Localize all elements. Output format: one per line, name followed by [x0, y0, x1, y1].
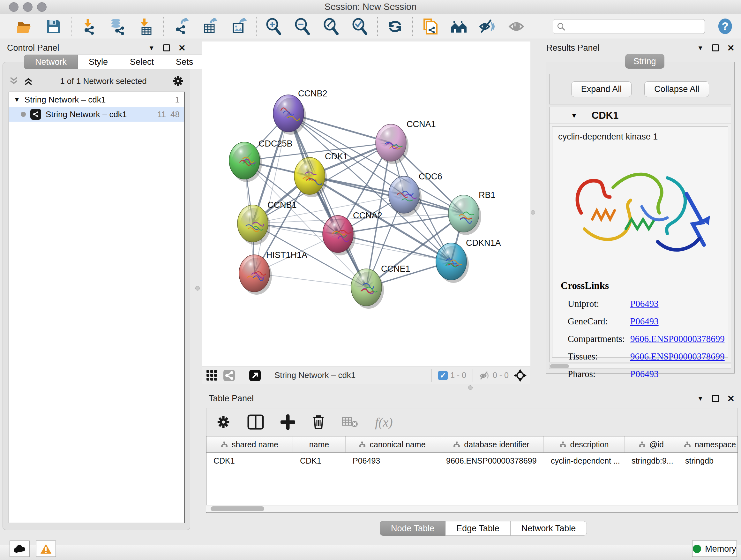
export-image-button[interactable]	[230, 17, 248, 36]
tab-style[interactable]: Style	[78, 55, 119, 69]
collapse-all-button[interactable]: Collapse All	[644, 81, 709, 97]
zoom-fit-button[interactable]	[322, 17, 340, 36]
crosslink-link[interactable]: P06493	[630, 369, 659, 379]
zoom-out-button[interactable]	[293, 17, 312, 36]
gear-icon[interactable]	[172, 75, 184, 87]
network-collection-row[interactable]: ▼ String Network – cdk1 1	[9, 92, 184, 107]
close-window-icon[interactable]	[9, 2, 18, 12]
zoom-in-button[interactable]	[265, 17, 283, 36]
control-panel-float-icon[interactable]	[163, 44, 170, 51]
network-node-HIST1H1A[interactable]: HIST1H1A	[239, 250, 307, 295]
table-row[interactable]: CDK1CDK1P064939606.ENSP00000378699cyclin…	[206, 453, 738, 469]
help-button[interactable]: ?	[717, 18, 733, 35]
table-gear-icon[interactable]	[216, 415, 231, 430]
import-table-file-button[interactable]	[137, 17, 155, 36]
results-panel-close-icon[interactable]: ✕	[727, 43, 735, 53]
control-panel-menu-icon[interactable]: ▼	[148, 44, 155, 52]
hide-selected-button[interactable]	[479, 17, 496, 36]
tab-string[interactable]: String	[625, 54, 664, 69]
column-header--id[interactable]: @id	[624, 436, 678, 452]
network-node-CCNE1[interactable]: CCNE1	[351, 264, 410, 309]
node-label-CDC6: CDC6	[419, 172, 442, 181]
network-graph[interactable]: CCNB2CCNA1CDC25BCDK1CDC6RB1CCNB1CCNA2HIS…	[202, 42, 530, 367]
collapse-all-icon[interactable]	[9, 76, 20, 86]
save-session-button[interactable]	[45, 17, 63, 36]
column-header-database-identifier[interactable]: database identifier	[439, 436, 544, 452]
split-columns-icon[interactable]	[247, 415, 264, 430]
gene-entry-cdk1: ▼ CDK1 cyclin-dependent kinase 1	[549, 107, 731, 362]
collection-expand-icon[interactable]: ▼	[14, 96, 20, 104]
network-node-CCNB2[interactable]: CCNB2	[273, 89, 327, 135]
column-header-canonical-name[interactable]: canonical name	[346, 436, 439, 452]
first-neighbors-button[interactable]	[450, 17, 468, 36]
cloud-button[interactable]	[10, 541, 30, 557]
gene-description: cyclin-dependent kinase 1	[552, 127, 728, 142]
node-label-CCNA2: CCNA2	[353, 211, 382, 220]
delete-column-icon[interactable]	[312, 415, 325, 430]
tab-edge-table[interactable]: Edge Table	[446, 521, 511, 536]
bottom-splitter-handle[interactable]	[468, 385, 473, 390]
table-panel-menu-icon[interactable]: ▼	[697, 395, 704, 402]
warning-button[interactable]	[36, 541, 56, 557]
birds-eye-view-icon[interactable]	[513, 368, 527, 382]
network-node-CDK1[interactable]: CDK1	[294, 152, 348, 197]
table-horizontal-scrollbar[interactable]	[206, 505, 738, 512]
network-node-CDKN1A[interactable]: CDKN1A	[436, 238, 501, 283]
add-column-icon[interactable]	[280, 415, 295, 430]
apply-layout-button[interactable]	[386, 17, 404, 36]
maximize-window-icon[interactable]	[37, 2, 47, 12]
function-builder-icon[interactable]: f(x)	[375, 415, 393, 430]
gene-name: CDK1	[592, 110, 618, 121]
search-input[interactable]	[568, 22, 701, 31]
clone-network-button[interactable]	[421, 17, 439, 36]
show-all-button[interactable]	[508, 17, 525, 36]
export-table-button[interactable]	[201, 17, 219, 36]
entry-collapse-icon[interactable]: ▼	[570, 111, 578, 120]
table-panel-close-icon[interactable]: ✕	[727, 393, 735, 404]
tab-sets[interactable]: Sets	[165, 55, 204, 69]
memory-button[interactable]: Memory	[692, 541, 737, 557]
table-cell-canonical-name: P06493	[346, 456, 439, 465]
tab-network-table[interactable]: Network Table	[511, 521, 587, 536]
grid-view-icon[interactable]	[205, 369, 218, 382]
expand-all-icon[interactable]	[23, 76, 35, 86]
open-file-button[interactable]	[16, 17, 34, 36]
network-node-CDC25B[interactable]: CDC25B	[229, 139, 293, 182]
tab-select[interactable]: Select	[119, 55, 165, 69]
control-panel-close-icon[interactable]: ✕	[179, 43, 186, 53]
results-panel-menu-icon[interactable]: ▼	[697, 44, 704, 52]
expand-all-button[interactable]: Expand All	[571, 81, 632, 97]
zoom-selected-button[interactable]	[351, 17, 369, 36]
table-panel-float-icon[interactable]	[712, 395, 719, 402]
results-scrollbar[interactable]	[549, 364, 731, 369]
network-node-CDC6[interactable]: CDC6	[389, 172, 442, 216]
gene-details: cyclin-dependent kinase 1	[552, 126, 728, 358]
tab-network[interactable]: Network	[24, 55, 78, 69]
crosslink-link[interactable]: P06493	[630, 316, 659, 327]
left-splitter-handle[interactable]	[195, 286, 200, 291]
crosslink-link[interactable]: 9606.ENSP00000378699	[630, 334, 725, 344]
crosslink-link[interactable]: P06493	[630, 299, 659, 309]
network-row[interactable]: String Network – cdk1 11 48	[9, 107, 184, 122]
import-network-database-button[interactable]	[109, 17, 126, 36]
column-header-namespace[interactable]: namespace	[678, 436, 738, 452]
network-node-CCNB1[interactable]: CCNB1	[238, 200, 297, 245]
network-canvas[interactable]: CCNB2CCNA1CDC25BCDK1CDC6RB1CCNB1CCNA2HIS…	[202, 42, 530, 367]
open-in-new-window-icon[interactable]	[249, 369, 261, 382]
export-network-button[interactable]	[172, 17, 190, 36]
network-node-RB1[interactable]: RB1	[448, 190, 495, 235]
delete-table-icon[interactable]	[342, 415, 358, 430]
column-header-description[interactable]: description	[544, 436, 624, 452]
traffic-lights[interactable]	[9, 2, 47, 12]
minimize-window-icon[interactable]	[23, 2, 32, 12]
column-header-shared-name[interactable]: shared name	[206, 436, 293, 452]
network-view-icon[interactable]	[223, 369, 235, 382]
selected-checkbox-icon[interactable]: ✓	[438, 371, 448, 380]
import-network-file-button[interactable]	[80, 17, 98, 36]
column-header-name[interactable]: name	[293, 436, 346, 452]
right-splitter-handle[interactable]	[531, 210, 535, 214]
crosslink-link[interactable]: 9606.ENSP00000378699	[630, 351, 725, 362]
search-box[interactable]	[553, 19, 705, 34]
tab-node-table[interactable]: Node Table	[380, 521, 446, 536]
results-panel-float-icon[interactable]	[712, 44, 719, 51]
